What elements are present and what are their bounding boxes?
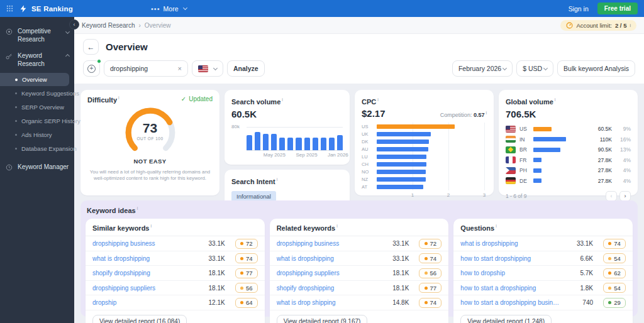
breadcrumb-separator: ›: [138, 22, 140, 29]
search-volume-value: 18.1K: [201, 270, 225, 276]
keyword-link[interactable]: what is drop shipping: [277, 299, 386, 306]
clock-icon: [6, 164, 13, 173]
keyword-link[interactable]: how to start a dropshipping busin…: [460, 299, 569, 306]
bulk-analysis-button[interactable]: Bulk keyword Analysis: [557, 60, 635, 77]
country-label: AU: [362, 146, 377, 152]
keyword-link[interactable]: how to start dropshipping: [460, 255, 569, 262]
search-volume-value: 14.8K: [385, 299, 409, 306]
sidebar-item-overview[interactable]: Overview: [0, 73, 69, 86]
search-volume-title: Search volumei: [231, 98, 283, 106]
keyword-link[interactable]: dropship: [92, 299, 201, 306]
sidebar-item-keyword-suggestions[interactable]: Keyword Suggestions: [0, 87, 69, 100]
info-icon[interactable]: i: [137, 206, 138, 211]
breadcrumb-parent[interactable]: Keyword Research: [82, 22, 135, 29]
country-code: DE: [519, 178, 530, 184]
keyword-link[interactable]: shopify dropshipping: [277, 285, 386, 292]
volume-bar: [313, 138, 318, 150]
keyword-link[interactable]: how to start a dropshipping: [460, 285, 569, 292]
difficulty-gauge: 73 OUT OF 100: [121, 105, 179, 163]
view-detailed-report-button[interactable]: View detailed report (9,167): [277, 315, 368, 323]
sidebar: ‹ Competitive Research Keyword Research …: [0, 17, 74, 323]
keyword-row: what is dropshipping33.1K74: [453, 236, 633, 251]
table-rows: what is dropshipping33.1K74how to start …: [453, 236, 633, 310]
sidebar-section-keyword-research[interactable]: Keyword Research: [0, 48, 74, 72]
info-icon[interactable]: i: [336, 224, 338, 228]
view-detailed-report-button[interactable]: View detailed report (16,084): [92, 315, 187, 323]
search-volume-value: 33.1K: [385, 255, 409, 262]
info-icon[interactable]: i: [486, 111, 487, 115]
currency-select[interactable]: $ USD: [516, 60, 553, 77]
pagination-count: 1 - 6 of 9: [506, 193, 527, 199]
sidebar-item-ads-history[interactable]: Ads History: [0, 128, 69, 141]
info-icon[interactable]: i: [151, 224, 152, 228]
volume-percent: 16%: [616, 136, 631, 143]
main-content: Keyword Research › Overview Account limi…: [74, 17, 644, 323]
period-select[interactable]: February 2026: [452, 60, 513, 77]
view-detailed-report-button[interactable]: View detailed report (1,248): [460, 315, 552, 323]
difficulty-badge: 74: [419, 298, 441, 308]
keyword-link[interactable]: dropshipping suppliers: [277, 270, 386, 276]
difficulty-value: 74: [430, 299, 437, 306]
sidebar-item-organic-serp-history[interactable]: Organic SERP History: [0, 114, 69, 128]
keyword-link[interactable]: dropshipping suppliers: [92, 285, 201, 292]
difficulty-badge: 74: [419, 253, 441, 263]
keyword-link[interactable]: what is dropshipping: [277, 255, 386, 262]
info-icon[interactable]: i: [277, 177, 278, 182]
info-icon[interactable]: i: [282, 97, 283, 102]
prev-page-button[interactable]: ‹: [606, 191, 617, 201]
keyword-row: how to start a dropshipping busin…74029: [453, 295, 633, 310]
info-icon[interactable]: i: [118, 96, 119, 100]
info-icon[interactable]: i: [555, 97, 556, 102]
keyword-link[interactable]: what is dropshipping: [460, 240, 569, 247]
keyword-link[interactable]: dropshipping business: [277, 240, 386, 247]
back-button[interactable]: ←: [83, 39, 99, 55]
keyword-input[interactable]: dropshipping ×: [104, 60, 188, 77]
brand-logo[interactable]: SE Ranking: [19, 4, 73, 13]
global-volume-title: Global volumei: [506, 98, 555, 106]
sidebar-item-database-expansion[interactable]: Database Expansion: [0, 142, 69, 155]
sidebar-section-label: Competitive Research: [18, 28, 60, 43]
free-trial-button[interactable]: Free trial: [597, 3, 638, 14]
cpc-bar: [377, 140, 429, 144]
info-icon[interactable]: i: [377, 97, 379, 102]
volume-value: 27.8K: [570, 178, 612, 184]
info-icon[interactable]: i: [630, 23, 631, 28]
keyword-ideas-title: Keyword ideasi: [86, 205, 633, 219]
search-volume-chart: 80k: [231, 127, 343, 151]
cpc-axis: 123: [377, 192, 484, 199]
country-select[interactable]: [192, 60, 223, 77]
y-axis-label: 80k: [231, 124, 240, 129]
cpc-bar-track: [377, 147, 484, 151]
analyze-button[interactable]: Analyze: [227, 60, 265, 77]
difficulty-value: 77: [246, 270, 253, 276]
sidebar-item-serp-overview[interactable]: SERP Overview: [0, 101, 69, 114]
volume-bar: [287, 138, 293, 150]
sign-in-link[interactable]: Sign in: [569, 5, 589, 13]
difficulty-value: 74: [430, 255, 437, 262]
account-limit-badge[interactable]: Account limit: 2 / 5 i: [560, 20, 636, 31]
keyword-link[interactable]: how to dropship: [460, 270, 569, 276]
keyword-link[interactable]: what is dropshipping: [92, 255, 201, 262]
clear-input-icon[interactable]: ×: [178, 65, 182, 72]
sidebar-section-keyword-manager[interactable]: Keyword Manager: [0, 159, 74, 178]
sidebar-section-competitive-research[interactable]: Competitive Research: [0, 23, 74, 48]
next-page-button[interactable]: ›: [619, 191, 631, 201]
sidebar-item-label: Ads History: [21, 131, 52, 138]
cpc-bar: [377, 170, 426, 174]
difficulty-dot-icon: [608, 287, 611, 290]
keyword-link[interactable]: dropshipping business: [92, 240, 201, 247]
search-volume-value: 18.1K: [385, 285, 409, 292]
difficulty-dot-icon: [240, 301, 243, 304]
add-keyword-button[interactable]: +: [83, 60, 100, 77]
info-icon[interactable]: i: [496, 224, 497, 228]
sidebar-collapse-button[interactable]: ‹: [69, 19, 79, 30]
apps-grid-icon[interactable]: [6, 5, 13, 12]
volume-value: 27.8K: [570, 167, 612, 173]
country-volume-row: DE27.8K4%: [506, 176, 631, 187]
cpc-card: CPCi $2.17 Competition: 0.57i USUKDKAULU…: [355, 90, 494, 195]
ellipsis-icon: •••: [151, 5, 160, 13]
more-label: More: [164, 5, 179, 13]
more-menu[interactable]: ••• More: [151, 5, 187, 13]
keyword-link[interactable]: shopify dropshipping: [92, 270, 201, 276]
country-code: BR: [519, 146, 530, 153]
